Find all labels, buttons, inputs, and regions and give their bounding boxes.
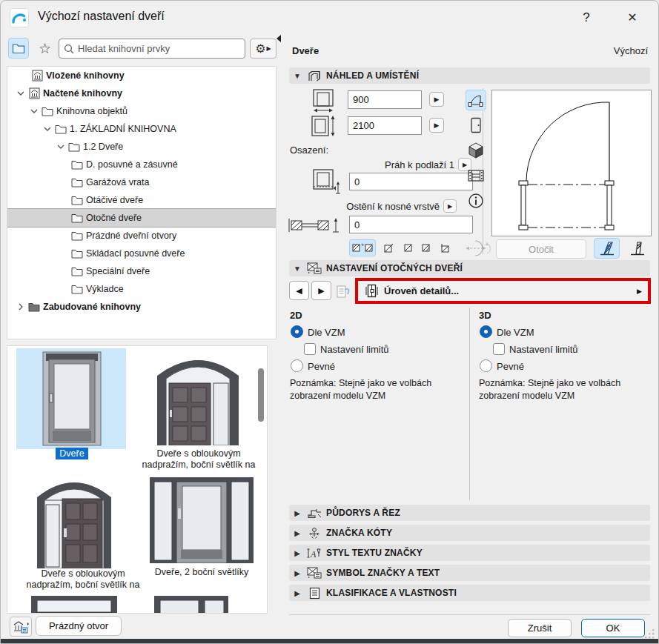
tree-item-zabudovane-knihovny[interactable]: Zabudované knihovny xyxy=(7,298,276,316)
radio-3d-dle-vzm[interactable] xyxy=(480,325,492,338)
panel-collapse-handle[interactable] xyxy=(276,35,281,42)
section-dimension-marker[interactable]: ▶ ZNAČKA KÓTY xyxy=(289,525,650,541)
column-divider xyxy=(469,308,470,500)
door-width-input[interactable] xyxy=(348,91,421,108)
chevron-down-icon[interactable] xyxy=(28,108,40,114)
anchor-option-both-button[interactable]: + xyxy=(349,239,376,256)
checkbox-2d-limits-label[interactable]: Nastavení limitů xyxy=(320,344,388,355)
tree-item-zakladni-knihovna[interactable]: 1. ZÁKLADNÍ KNIHOVNA xyxy=(7,120,276,138)
tree-item-nactene-knihovny[interactable]: Načtené knihovny xyxy=(7,84,276,102)
swing-side-right-button[interactable] xyxy=(624,238,650,259)
preview-mode-animation-button[interactable] xyxy=(466,165,486,186)
rotate-button[interactable]: Otočit xyxy=(496,239,586,259)
section-classification-properties[interactable]: ▶ KLASIFIKACE A VLASTNOSTI xyxy=(289,585,650,601)
door-thumbnail-image[interactable] xyxy=(30,594,119,614)
radio-3d-pevne-label[interactable]: Pevné xyxy=(497,361,524,372)
chevron-down-icon[interactable] xyxy=(55,144,67,150)
radio-2d-dle-vzm-label[interactable]: Dle VZM xyxy=(308,327,345,338)
transfer-settings-button[interactable] xyxy=(334,282,352,300)
anchor-option-3-button[interactable] xyxy=(400,239,416,256)
checkbox-2d-limits[interactable] xyxy=(304,343,316,355)
section-preview-placement[interactable]: ▼ NÁHLED A UMÍSTĚNÍ xyxy=(289,67,650,84)
door-height-field[interactable] xyxy=(348,116,422,135)
caret-right-icon: ▶ xyxy=(637,288,642,295)
height-flyout-button[interactable]: ▶ xyxy=(429,118,444,133)
radio-2d-pevne[interactable] xyxy=(291,359,303,372)
gear-icon: ⚙ xyxy=(255,42,265,56)
tree-item-otocne-dvere[interactable]: Otočné dveře xyxy=(7,209,276,227)
tree-item-vlozene-knihovny[interactable]: Vložené knihovny xyxy=(7,67,276,84)
tree-item-skladaci-posuvne-dvere[interactable]: Skládací posuvné dveře xyxy=(7,245,276,262)
folder-icon xyxy=(67,142,82,152)
radio-2d-dle-vzm[interactable] xyxy=(291,325,303,338)
note-3d: Poznámka: Stejně jako ve volbách zobraze… xyxy=(479,377,651,402)
anchor-option-2-button[interactable] xyxy=(380,239,397,256)
door-thumbnail-image[interactable] xyxy=(148,476,255,565)
section-marker-text-style[interactable]: ▶ A STYL TEXTU ZNAČKY xyxy=(289,545,650,561)
tree-item-vykladce[interactable]: Výkladce xyxy=(7,280,276,298)
radio-2d-pevne-label[interactable]: Pevné xyxy=(308,361,335,372)
tree-item-otacive-dvere[interactable]: Otáčivé dveře xyxy=(7,191,276,209)
checkbox-3d-limits[interactable] xyxy=(493,343,505,355)
width-flyout-button[interactable]: ▶ xyxy=(429,92,444,107)
thumbnail-scrollbar[interactable] xyxy=(258,368,264,422)
door-height-input[interactable] xyxy=(348,117,421,134)
thumbnail-label[interactable]: Dveře xyxy=(40,448,104,459)
folder-icon xyxy=(70,178,85,187)
tree-item-specialni-dvere[interactable]: Speciální dveře xyxy=(7,262,276,280)
sill-value-input[interactable] xyxy=(350,173,472,190)
library-options-button[interactable]: ⚙▶ xyxy=(250,39,276,59)
door-thumbnail-image[interactable] xyxy=(34,474,114,571)
ok-button[interactable]: OK xyxy=(581,619,645,637)
floorplan-section-icon xyxy=(305,508,323,518)
folder-view-button[interactable] xyxy=(8,38,29,59)
preview-mode-3d-button[interactable] xyxy=(466,140,486,161)
preview-mode-info-button[interactable] xyxy=(466,190,486,211)
swing-side-left-button[interactable] xyxy=(594,238,620,259)
next-page-button[interactable]: ▶ xyxy=(311,281,331,300)
previous-page-button[interactable]: ◀ xyxy=(289,281,309,300)
cancel-button[interactable]: Zrušit xyxy=(508,619,572,637)
radio-3d-dle-vzm-label[interactable]: Dle VZM xyxy=(497,327,534,338)
door-thumbnail-image[interactable] xyxy=(153,351,243,448)
chevron-down-icon[interactable] xyxy=(42,126,53,132)
anchor-option-4-button[interactable] xyxy=(417,239,434,256)
chevron-right-icon[interactable] xyxy=(15,303,27,311)
library-search[interactable] xyxy=(59,39,245,59)
help-button[interactable]: ? xyxy=(574,7,599,29)
section-marker-symbol-text[interactable]: ▶ SYMBOL ZNAČKY A TEXT xyxy=(289,565,650,581)
radio-3d-pevne[interactable] xyxy=(480,359,492,372)
empty-opening-button[interactable]: Prázdný otvor xyxy=(36,616,122,636)
library-part-button[interactable] xyxy=(10,617,32,637)
reveal-value-input[interactable] xyxy=(350,216,472,233)
column-3d-title: 3D xyxy=(479,310,491,321)
checkbox-3d-limits-label[interactable]: Nastavení limitů xyxy=(509,344,577,355)
door-width-field[interactable] xyxy=(348,90,422,109)
detail-level-dropdown[interactable]: Úroveň detailů... ▶ xyxy=(355,278,651,304)
section-door-settings[interactable]: ▼ NASTAVENÍ OTOČNÝCH DVEŘÍ xyxy=(289,260,650,276)
tree-item-prazdne-dverni-otvory[interactable]: Prázdné dveřní otvory xyxy=(7,227,276,245)
collapse-arrow-icon: ▶ xyxy=(289,569,305,577)
tree-item-garazova-vrata[interactable]: Garážová vrata xyxy=(7,173,276,191)
anchor-option-5-button[interactable] xyxy=(437,239,453,256)
door-thumbnail-image[interactable] xyxy=(40,351,104,449)
search-input[interactable] xyxy=(78,43,240,54)
plus-icon: + xyxy=(361,242,365,248)
sill-value-field[interactable] xyxy=(349,173,473,190)
chevron-down-icon[interactable] xyxy=(15,90,27,96)
favorites-button[interactable]: ☆ xyxy=(35,38,56,59)
collapse-arrow-icon: ▶ xyxy=(289,509,305,517)
door-thumbnail-image[interactable] xyxy=(153,594,230,614)
reveal-value-field[interactable] xyxy=(349,216,473,233)
tree-item-12-dvere[interactable]: 1.2 Dveře xyxy=(7,138,276,156)
tree-item-posuvne-zasuvne[interactable]: D. posuvné a zásuvné xyxy=(7,156,276,173)
reveal-anchor-flyout-button[interactable]: ▶ xyxy=(443,199,457,213)
section-floorplan-section[interactable]: ▶ PŮDORYS A ŘEZ xyxy=(289,505,650,521)
library-container-icon xyxy=(27,87,42,99)
tree-item-knihovna-objektu[interactable]: Knihovna objektů xyxy=(7,102,276,120)
preview-mode-plan-button[interactable] xyxy=(466,90,486,110)
resize-grip[interactable] xyxy=(645,629,655,640)
close-button[interactable]: ✕ xyxy=(620,7,645,29)
thumbnail-label[interactable]: Dveře, 2 boční světlíky xyxy=(142,567,261,578)
preview-mode-elevation-button[interactable] xyxy=(466,115,486,136)
